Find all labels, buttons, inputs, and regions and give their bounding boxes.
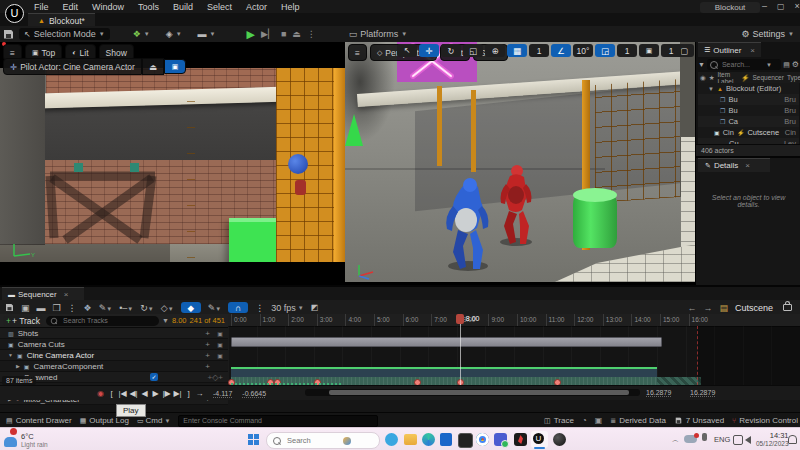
insights-icon[interactable]: ◔ bbox=[582, 416, 587, 425]
menu-edit[interactable]: Edit bbox=[56, 2, 86, 12]
step-back-button[interactable]: ◀| bbox=[128, 389, 139, 398]
grid-snap-value[interactable]: 1 bbox=[529, 44, 549, 57]
playhead-marker[interactable] bbox=[456, 314, 464, 324]
taskbar-app-runner[interactable] bbox=[514, 433, 527, 446]
maximize-button[interactable]: ▢ bbox=[777, 2, 785, 11]
cmd-dropdown[interactable]: ▭Cmd▼ bbox=[137, 416, 170, 425]
derived-data-button[interactable]: ≣Derived Data bbox=[610, 416, 666, 425]
track-cine-camera-actor[interactable]: ▼▣Cine Camera Actor+▣ bbox=[0, 350, 228, 361]
outliner-root-row[interactable]: ▼▲ Blockout (Editor) bbox=[698, 83, 799, 94]
scale-tool[interactable]: ◱ bbox=[463, 44, 483, 57]
menu-window[interactable]: Window bbox=[85, 2, 131, 12]
seq-snap-toggle[interactable]: ∩ bbox=[228, 302, 248, 313]
tray-chevron[interactable]: ︿ bbox=[672, 435, 679, 445]
outliner-row-3[interactable]: ▣Cin ⚡ CutsceneCin bbox=[698, 127, 799, 138]
taskbar-app-chrome[interactable] bbox=[476, 433, 489, 446]
jump-to-start-button[interactable]: |◀ bbox=[117, 389, 128, 398]
right-viewport[interactable]: ≡ ◇Perspective ◐Lit Show ↖ ✛ ↻ ◱ ⊕ ▦ 1 ∠… bbox=[345, 42, 695, 285]
selection-mode-dropdown[interactable]: ↖ Selection Mode▼ bbox=[19, 28, 110, 40]
outliner-settings-icon[interactable]: ⚙ bbox=[792, 60, 799, 69]
loop-mode-button[interactable]: → bbox=[194, 389, 205, 398]
pin-column-icon[interactable]: ★ bbox=[709, 74, 715, 82]
play-forward-button[interactable]: ▶ bbox=[150, 389, 161, 398]
output-log-button[interactable]: ▦Output Log bbox=[80, 416, 129, 425]
track-camera-cuts[interactable]: ▣Camera Cuts+▣ bbox=[0, 339, 228, 350]
unsaved-button[interactable]: 7 Unsaved bbox=[674, 416, 724, 425]
camera-speed-value[interactable]: 1 bbox=[661, 44, 681, 57]
camera-cuts-section[interactable] bbox=[231, 337, 662, 347]
view-range-end[interactable]: 16.2879 bbox=[690, 389, 715, 396]
current-time-display[interactable]: 8.00 bbox=[172, 316, 187, 325]
outliner-filter-button[interactable]: ▼ bbox=[698, 61, 705, 68]
add-actor-button[interactable]: ❖▼ bbox=[128, 26, 155, 42]
menu-tools[interactable]: Tools bbox=[131, 2, 166, 12]
cinematics-button[interactable]: ▬▼ bbox=[193, 26, 221, 42]
save-icon[interactable] bbox=[4, 30, 13, 39]
outliner-row-1[interactable]: ❒BuBru bbox=[698, 105, 799, 116]
eject-pilot-button[interactable]: ⏏ bbox=[142, 58, 164, 75]
camera-speed-button[interactable]: ▣ bbox=[639, 44, 659, 57]
seq-clapper-icon[interactable]: ▬ bbox=[37, 303, 46, 313]
content-drawer-button[interactable]: ▤Content Drawer bbox=[6, 416, 72, 425]
outliner-tab[interactable]: ☰ Outliner × bbox=[698, 42, 761, 57]
track-search-input[interactable] bbox=[61, 316, 135, 325]
minimize-button[interactable]: – bbox=[762, 1, 767, 11]
trace-button[interactable]: ◫Trace bbox=[544, 416, 574, 425]
ue-logo[interactable]: U bbox=[5, 4, 24, 23]
network-icon[interactable] bbox=[733, 435, 743, 445]
view-range-start[interactable]: -4.117 bbox=[213, 390, 232, 397]
close-button[interactable]: × bbox=[795, 1, 800, 11]
add-track-button[interactable]: ++ Track bbox=[3, 316, 43, 326]
scale-snap-toggle[interactable]: ◲ bbox=[595, 44, 615, 57]
outliner-row-0[interactable]: ❒BuBru bbox=[698, 94, 799, 105]
track-shots[interactable]: ▥Shots+▣ bbox=[0, 328, 228, 339]
revision-control-button[interactable]: ⑂Revision Control bbox=[732, 416, 798, 425]
jump-to-end-button[interactable]: ▶| bbox=[172, 389, 183, 398]
select-tool[interactable]: ↖ bbox=[397, 44, 417, 57]
rotation-snap-value[interactable]: 10° bbox=[573, 44, 593, 57]
mannequin-red[interactable] bbox=[492, 162, 540, 248]
taskbar-app-store[interactable] bbox=[440, 433, 452, 446]
timeline-area[interactable]: 0:001:002:003:004:005:006:007:008:009:00… bbox=[228, 314, 800, 385]
close-sequencer-icon[interactable]: × bbox=[64, 290, 69, 299]
fps-dropdown[interactable]: 30 fps▼ bbox=[271, 303, 303, 313]
play-reverse-button[interactable]: ◀ bbox=[139, 389, 150, 398]
seq-wrench-icon[interactable]: ✎▼ bbox=[99, 303, 113, 313]
doc-tab-blockout[interactable]: ▲ Blockout* bbox=[28, 13, 95, 27]
seq-back-icon[interactable]: ← bbox=[687, 303, 696, 313]
bracket-out-button[interactable]: ] bbox=[183, 389, 194, 398]
left-viewport[interactable]: Y ≡ ▣Top ◐Lit Show ✛ Pilot Actor: Cine C… bbox=[0, 42, 345, 285]
language-indicator[interactable]: ENG bbox=[714, 435, 730, 444]
timeline-rows[interactable] bbox=[228, 326, 800, 385]
menu-file[interactable]: File bbox=[27, 2, 56, 12]
track-camera-component[interactable]: ▶▣CameraComponent+ bbox=[0, 361, 228, 372]
curve-editor-icon[interactable]: ◩ bbox=[311, 303, 319, 312]
details-tab[interactable]: ✎ Details × bbox=[698, 158, 770, 172]
perspective-scene[interactable] bbox=[345, 42, 695, 282]
seq-forward-icon[interactable]: → bbox=[703, 303, 712, 313]
stop-button[interactable]: ■ bbox=[281, 29, 286, 39]
seq-edit-icon[interactable]: ✎▼ bbox=[208, 303, 222, 313]
blueprints-button[interactable]: ◈▼ bbox=[161, 26, 187, 42]
volume-icon[interactable] bbox=[745, 436, 751, 444]
platforms-dropdown[interactable]: ▭ Platforms▼ bbox=[344, 26, 412, 42]
menu-help[interactable]: Help bbox=[274, 2, 307, 12]
move-tool[interactable]: ✛ bbox=[419, 44, 439, 57]
cine-camera-scene[interactable]: Y bbox=[0, 68, 345, 262]
taskbar-clock[interactable]: 14:31 05/12/2023 bbox=[756, 432, 789, 448]
mannequin-blue[interactable] bbox=[440, 174, 498, 272]
track-filter-icon[interactable]: ▼ bbox=[162, 317, 169, 324]
taskbar-search[interactable] bbox=[266, 432, 380, 449]
taskbar-app-photos[interactable] bbox=[458, 433, 473, 448]
taskbar-app-sphere[interactable] bbox=[553, 433, 566, 446]
world-space-toggle[interactable]: ⊕ bbox=[485, 44, 505, 57]
scrollbar-thumb[interactable] bbox=[329, 390, 629, 395]
taskbar-search-input[interactable] bbox=[285, 435, 339, 446]
step-forward-button[interactable]: |▶ bbox=[161, 389, 172, 398]
sequence-breadcrumb[interactable]: Cutscene bbox=[735, 303, 773, 313]
scale-snap-value[interactable]: 1 bbox=[617, 44, 637, 57]
outliner-search[interactable]: ▼ bbox=[707, 59, 781, 70]
close-outliner-icon[interactable]: × bbox=[750, 46, 755, 55]
play-button[interactable]: ▶ bbox=[247, 28, 255, 41]
seq-board-icon[interactable]: ❒ bbox=[53, 303, 61, 313]
